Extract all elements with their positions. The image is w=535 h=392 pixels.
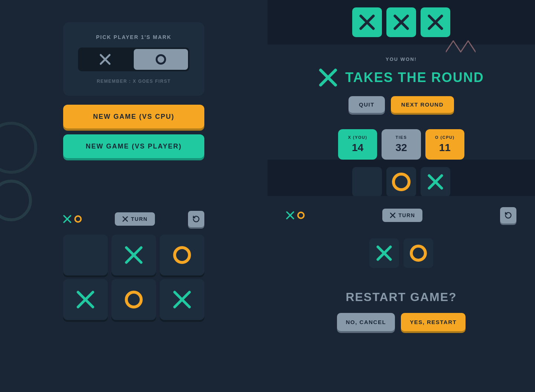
- mark-selector: [78, 48, 189, 71]
- ties-score-card: TIES 32: [382, 129, 421, 160]
- win-buttons: QUIT NEXT ROUND: [348, 96, 454, 113]
- o-score-label: O (CPU): [435, 135, 455, 140]
- score-board: X (YOU) 14 TIES 32 O (CPU) 11: [323, 129, 479, 160]
- restart-icon: [192, 215, 200, 223]
- board-preview-bottom: [268, 160, 535, 196]
- game-header-right: TURN: [268, 196, 535, 235]
- o-mark-icon: [156, 54, 166, 65]
- x-takes-round-icon: [318, 68, 338, 87]
- xo-indicator-right: [286, 211, 305, 219]
- game-cell-1-0[interactable]: [63, 279, 108, 320]
- o-indicator-icon: [74, 215, 82, 223]
- turn-badge-right: TURN: [382, 209, 423, 222]
- game-cell-1-2[interactable]: [160, 279, 204, 320]
- ties-score-label: TIES: [396, 135, 407, 140]
- remember-text: REMEMBER : X GOES FIRST: [97, 79, 171, 84]
- o-icon-board: [392, 173, 411, 191]
- no-cancel-button[interactable]: NO, CANCEL: [337, 313, 395, 331]
- x-indicator-right-icon: [286, 211, 294, 219]
- game-panel: TURN: [0, 196, 268, 392]
- x-mark-icon: [99, 53, 111, 65]
- restart-x-icon-0: [375, 244, 393, 262]
- o-score-value: 11: [439, 142, 451, 154]
- next-round-button[interactable]: NEXT ROUND: [391, 96, 454, 113]
- game-x-icon-01: [123, 245, 144, 265]
- yes-restart-button[interactable]: YES, RESTART: [401, 313, 466, 331]
- board-x2-icon: [392, 13, 411, 32]
- turn-badge: TURN: [115, 212, 155, 226]
- board-x3-icon: [426, 13, 445, 32]
- board-preview-top: [268, 0, 535, 45]
- restart-buttons: NO, CANCEL YES, RESTART: [337, 313, 466, 331]
- game-o-icon-02: [173, 246, 191, 264]
- pick-card: PICK PLAYER 1'S MARK REMEMBER : X GOES F…: [63, 22, 204, 96]
- x-score-label: X (YOU): [348, 135, 367, 140]
- ties-score-value: 32: [395, 142, 407, 154]
- x-icon-board-mr: [426, 173, 445, 191]
- you-won-text: YOU WON!: [386, 56, 417, 62]
- game-x-icon-12: [172, 289, 192, 310]
- takes-round-row: TAKES THE ROUND: [318, 68, 484, 87]
- board-cell-tr: [421, 7, 450, 37]
- restart-button-bottom-left[interactable]: [188, 211, 204, 227]
- game-x-icon-10: [75, 289, 96, 310]
- restart-board-cell-1: [403, 238, 433, 268]
- new-game-cpu-button[interactable]: NEW GAME (VS CPU): [63, 105, 204, 128]
- board-cell-mr: [421, 167, 450, 196]
- restart-board-cell-0: [369, 238, 399, 268]
- pick-mark-panel: PICK PLAYER 1'S MARK REMEMBER : X GOES F…: [0, 0, 268, 196]
- o-score-card: O (CPU) 11: [425, 129, 464, 160]
- mark-o-option[interactable]: [134, 49, 188, 70]
- game-cell-0-0[interactable]: [63, 235, 108, 275]
- restart-title: RESTART GAME?: [346, 290, 457, 304]
- restart-o-icon-1: [410, 245, 427, 262]
- game-cell-0-1[interactable]: [111, 235, 156, 275]
- deco-circle-1: [0, 122, 37, 174]
- x-score-value: 14: [352, 142, 363, 154]
- o-indicator-right-icon: [297, 212, 305, 219]
- new-game-player-button[interactable]: NEW GAME (VS PLAYER): [63, 134, 204, 158]
- quit-button[interactable]: QUIT: [348, 96, 385, 113]
- mark-x-option[interactable]: [78, 48, 132, 71]
- xo-indicator: [63, 215, 82, 223]
- restart-panel: TURN RESTART GAME?: [268, 196, 535, 392]
- restart-button-bottom-right[interactable]: [500, 207, 516, 223]
- game-cell-0-2[interactable]: [160, 235, 204, 275]
- restart-icon-right: [505, 212, 512, 219]
- game-o-icon-11: [125, 291, 143, 308]
- game-grid: [63, 235, 204, 320]
- board-cell-ml: [352, 167, 382, 196]
- board-cell-mm: [386, 167, 416, 196]
- takes-round-text: TAKES THE ROUND: [345, 70, 484, 85]
- board-cell-tl: [352, 7, 382, 37]
- turn-x-right-icon: [390, 212, 396, 218]
- x-indicator-icon: [63, 215, 71, 223]
- pick-title: PICK PLAYER 1'S MARK: [96, 34, 171, 40]
- turn-x-icon: [122, 216, 128, 222]
- game-cell-1-1[interactable]: [111, 279, 156, 320]
- restart-overlay: RESTART GAME? NO, CANCEL YES, RESTART: [268, 275, 535, 346]
- turn-label: TURN: [131, 216, 148, 222]
- board-x-icon: [358, 13, 376, 32]
- board-preview-restart: [268, 235, 535, 275]
- turn-label-right: TURN: [399, 212, 415, 218]
- game-header: TURN: [63, 211, 204, 227]
- win-overlay: YOU WON! TAKES THE ROUND QUIT NEXT ROUND: [268, 45, 535, 125]
- you-won-panel: YOU WON! TAKES THE ROUND QUIT NEXT ROUND…: [268, 0, 535, 196]
- board-cell-tm: [386, 7, 416, 37]
- x-score-card: X (YOU) 14: [338, 129, 377, 160]
